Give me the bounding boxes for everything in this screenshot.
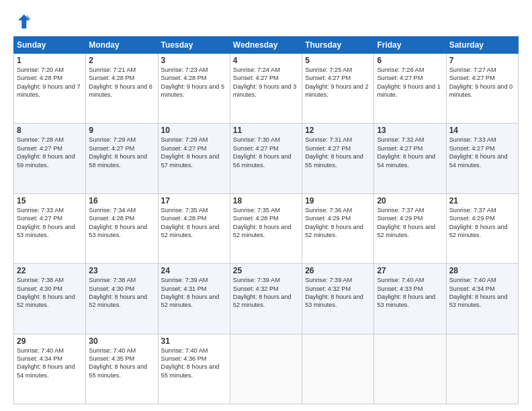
week-row-2: 8 Sunrise: 7:28 AMSunset: 4:27 PMDayligh…	[14, 124, 519, 193]
day-number: 25	[233, 266, 299, 275]
week-row-5: 29 Sunrise: 7:40 AMSunset: 4:34 PMDaylig…	[14, 334, 519, 404]
day-number: 28	[449, 266, 515, 275]
calendar-cell: 27 Sunrise: 7:40 AMSunset: 4:33 PMDaylig…	[374, 264, 446, 334]
day-number: 3	[161, 56, 227, 65]
day-number: 15	[17, 196, 83, 205]
day-number: 12	[305, 126, 371, 135]
day-number: 20	[377, 196, 443, 205]
calendar-cell: 29 Sunrise: 7:40 AMSunset: 4:34 PMDaylig…	[14, 334, 86, 404]
day-number: 7	[449, 56, 515, 65]
logo	[13, 12, 35, 31]
logo-icon	[13, 12, 32, 31]
cell-text: Sunrise: 7:40 AMSunset: 4:35 PMDaylight:…	[89, 347, 147, 379]
calendar-cell: 22 Sunrise: 7:38 AMSunset: 4:30 PMDaylig…	[14, 264, 86, 334]
calendar-cell: 16 Sunrise: 7:34 AMSunset: 4:28 PMDaylig…	[86, 193, 158, 263]
col-header-monday: Monday	[86, 37, 158, 54]
calendar-cell: 11 Sunrise: 7:30 AMSunset: 4:27 PMDaylig…	[230, 124, 302, 193]
cell-text: Sunrise: 7:40 AMSunset: 4:36 PMDaylight:…	[161, 347, 220, 379]
day-number: 30	[89, 336, 154, 346]
header	[13, 12, 519, 31]
day-number: 9	[89, 126, 154, 135]
cell-text: Sunrise: 7:21 AMSunset: 4:28 PMDaylight:…	[89, 66, 152, 98]
cell-text: Sunrise: 7:28 AMSunset: 4:27 PMDaylight:…	[17, 136, 75, 168]
calendar-cell	[302, 334, 374, 404]
col-header-tuesday: Tuesday	[158, 37, 230, 54]
calendar-cell: 23 Sunrise: 7:38 AMSunset: 4:30 PMDaylig…	[86, 264, 158, 334]
calendar-cell: 7 Sunrise: 7:27 AMSunset: 4:27 PMDayligh…	[446, 54, 518, 124]
cell-text: Sunrise: 7:36 AMSunset: 4:29 PMDaylight:…	[305, 207, 363, 238]
day-number: 10	[161, 126, 227, 135]
day-number: 8	[17, 126, 83, 135]
day-number: 21	[449, 196, 515, 205]
calendar-cell: 18 Sunrise: 7:35 AMSunset: 4:28 PMDaylig…	[230, 193, 302, 263]
day-number: 26	[305, 266, 371, 275]
week-row-4: 22 Sunrise: 7:38 AMSunset: 4:30 PMDaylig…	[14, 264, 519, 334]
calendar-cell: 25 Sunrise: 7:39 AMSunset: 4:32 PMDaylig…	[230, 264, 302, 334]
cell-text: Sunrise: 7:34 AMSunset: 4:28 PMDaylight:…	[89, 207, 147, 238]
cell-text: Sunrise: 7:26 AMSunset: 4:27 PMDaylight:…	[377, 66, 441, 98]
cell-text: Sunrise: 7:23 AMSunset: 4:28 PMDaylight:…	[161, 66, 225, 98]
cell-text: Sunrise: 7:31 AMSunset: 4:27 PMDaylight:…	[305, 136, 363, 168]
day-number: 19	[305, 196, 371, 205]
day-number: 6	[377, 56, 443, 65]
cell-text: Sunrise: 7:35 AMSunset: 4:28 PMDaylight:…	[233, 207, 292, 238]
cell-text: Sunrise: 7:40 AMSunset: 4:33 PMDaylight:…	[377, 277, 435, 308]
cell-text: Sunrise: 7:40 AMSunset: 4:34 PMDaylight:…	[17, 347, 75, 379]
col-header-saturday: Saturday	[446, 37, 518, 54]
cell-text: Sunrise: 7:37 AMSunset: 4:29 PMDaylight:…	[377, 207, 435, 238]
day-number: 29	[17, 336, 83, 346]
cell-text: Sunrise: 7:37 AMSunset: 4:29 PMDaylight:…	[449, 207, 508, 238]
day-number: 5	[305, 56, 371, 65]
calendar-cell: 15 Sunrise: 7:33 AMSunset: 4:27 PMDaylig…	[14, 193, 86, 263]
calendar-cell: 8 Sunrise: 7:28 AMSunset: 4:27 PMDayligh…	[14, 124, 86, 193]
calendar-cell: 1 Sunrise: 7:20 AMSunset: 4:28 PMDayligh…	[14, 54, 86, 124]
day-number: 1	[17, 56, 83, 65]
day-number: 18	[233, 196, 299, 205]
cell-text: Sunrise: 7:35 AMSunset: 4:28 PMDaylight:…	[161, 207, 220, 238]
cell-text: Sunrise: 7:24 AMSunset: 4:27 PMDaylight:…	[233, 66, 297, 98]
calendar-table: SundayMondayTuesdayWednesdayThursdayFrid…	[13, 36, 519, 404]
page: SundayMondayTuesdayWednesdayThursdayFrid…	[0, 0, 532, 411]
cell-text: Sunrise: 7:40 AMSunset: 4:34 PMDaylight:…	[449, 277, 508, 308]
calendar-header-row: SundayMondayTuesdayWednesdayThursdayFrid…	[14, 37, 519, 54]
calendar-cell: 26 Sunrise: 7:39 AMSunset: 4:32 PMDaylig…	[302, 264, 374, 334]
col-header-thursday: Thursday	[302, 37, 374, 54]
calendar-cell: 17 Sunrise: 7:35 AMSunset: 4:28 PMDaylig…	[158, 193, 230, 263]
calendar-cell: 31 Sunrise: 7:40 AMSunset: 4:36 PMDaylig…	[158, 334, 230, 404]
calendar-cell: 10 Sunrise: 7:29 AMSunset: 4:27 PMDaylig…	[158, 124, 230, 193]
cell-text: Sunrise: 7:39 AMSunset: 4:31 PMDaylight:…	[161, 277, 220, 308]
day-number: 2	[89, 56, 154, 65]
calendar-cell: 13 Sunrise: 7:32 AMSunset: 4:27 PMDaylig…	[374, 124, 446, 193]
col-header-wednesday: Wednesday	[230, 37, 302, 54]
calendar-cell: 5 Sunrise: 7:25 AMSunset: 4:27 PMDayligh…	[302, 54, 374, 124]
calendar-cell: 24 Sunrise: 7:39 AMSunset: 4:31 PMDaylig…	[158, 264, 230, 334]
cell-text: Sunrise: 7:20 AMSunset: 4:28 PMDaylight:…	[17, 66, 81, 98]
week-row-1: 1 Sunrise: 7:20 AMSunset: 4:28 PMDayligh…	[14, 54, 519, 124]
day-number: 4	[233, 56, 299, 65]
calendar-cell: 4 Sunrise: 7:24 AMSunset: 4:27 PMDayligh…	[230, 54, 302, 124]
calendar-cell: 21 Sunrise: 7:37 AMSunset: 4:29 PMDaylig…	[446, 193, 518, 263]
calendar-cell: 20 Sunrise: 7:37 AMSunset: 4:29 PMDaylig…	[374, 193, 446, 263]
day-number: 27	[377, 266, 443, 275]
calendar-cell: 28 Sunrise: 7:40 AMSunset: 4:34 PMDaylig…	[446, 264, 518, 334]
cell-text: Sunrise: 7:27 AMSunset: 4:27 PMDaylight:…	[449, 66, 513, 98]
calendar-cell: 9 Sunrise: 7:29 AMSunset: 4:27 PMDayligh…	[86, 124, 158, 193]
cell-text: Sunrise: 7:38 AMSunset: 4:30 PMDaylight:…	[89, 277, 147, 308]
col-header-friday: Friday	[374, 37, 446, 54]
cell-text: Sunrise: 7:39 AMSunset: 4:32 PMDaylight:…	[305, 277, 363, 308]
day-number: 22	[17, 266, 83, 275]
calendar-cell: 3 Sunrise: 7:23 AMSunset: 4:28 PMDayligh…	[158, 54, 230, 124]
calendar-cell: 30 Sunrise: 7:40 AMSunset: 4:35 PMDaylig…	[86, 334, 158, 404]
day-number: 24	[161, 266, 227, 275]
day-number: 13	[377, 126, 443, 135]
calendar-cell: 19 Sunrise: 7:36 AMSunset: 4:29 PMDaylig…	[302, 193, 374, 263]
day-number: 14	[449, 126, 515, 135]
day-number: 23	[89, 266, 154, 275]
calendar-cell	[446, 334, 518, 404]
cell-text: Sunrise: 7:32 AMSunset: 4:27 PMDaylight:…	[377, 136, 435, 168]
day-number: 17	[161, 196, 227, 205]
cell-text: Sunrise: 7:29 AMSunset: 4:27 PMDaylight:…	[161, 136, 220, 168]
calendar-cell	[230, 334, 302, 404]
cell-text: Sunrise: 7:33 AMSunset: 4:27 PMDaylight:…	[17, 207, 75, 238]
cell-text: Sunrise: 7:38 AMSunset: 4:30 PMDaylight:…	[17, 277, 75, 308]
